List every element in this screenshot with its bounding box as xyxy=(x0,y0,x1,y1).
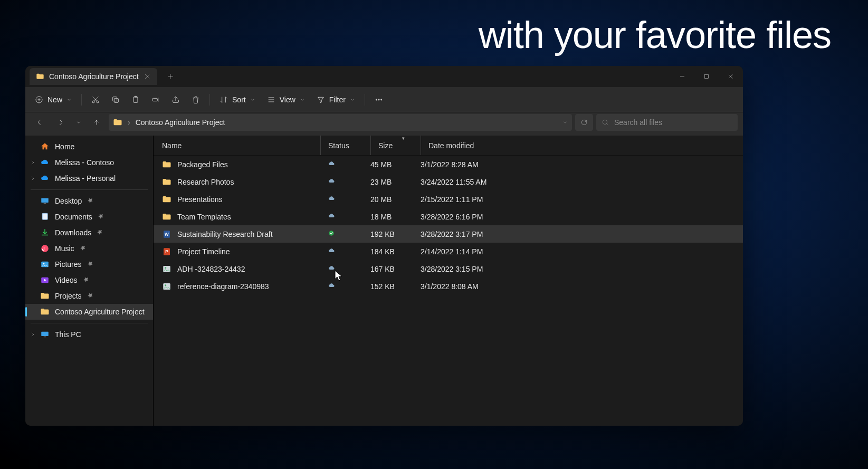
new-button[interactable]: New xyxy=(30,91,77,109)
file-name: Research Photos xyxy=(177,178,234,186)
file-status-cell xyxy=(320,282,370,291)
file-status-cell xyxy=(320,212,370,221)
copy-button[interactable] xyxy=(106,91,125,109)
file-row[interactable]: PProject Timeline184 KB2/14/2022 1:14 PM xyxy=(154,243,743,260)
share-button[interactable] xyxy=(166,91,185,109)
svg-point-2 xyxy=(92,101,94,103)
cut-button[interactable] xyxy=(86,91,105,109)
image-icon xyxy=(162,282,171,291)
pin-icon xyxy=(98,213,104,221)
chevron-down-icon xyxy=(300,97,305,102)
new-tab-button[interactable] xyxy=(163,69,178,84)
chevron-down-icon[interactable] xyxy=(562,120,568,125)
explorer-window: Contoso Agriculture Project New Sort xyxy=(25,66,743,426)
file-row[interactable]: Presentations20 MB2/15/2022 1:11 PM xyxy=(154,190,743,208)
minimize-button[interactable] xyxy=(670,66,694,87)
more-button[interactable] xyxy=(369,91,388,109)
file-date: 2/14/2022 1:14 PM xyxy=(421,247,526,256)
file-size: 20 MB xyxy=(370,195,421,204)
file-status-cell xyxy=(320,195,370,204)
cloud-icon xyxy=(328,282,335,291)
breadcrumb-current[interactable]: Contoso Agriculture Project xyxy=(136,118,225,127)
sidebar-account-contoso[interactable]: Melissa - Contoso xyxy=(25,155,153,170)
sidebar-this-pc[interactable]: This PC xyxy=(25,327,153,342)
sidebar-item-projects[interactable]: Projects xyxy=(25,288,153,304)
file-row[interactable]: WSustainability Research Draft192 KB3/28… xyxy=(154,225,743,243)
forward-button[interactable] xyxy=(52,114,70,130)
paste-button[interactable] xyxy=(126,91,145,109)
file-size: 45 MB xyxy=(370,160,421,169)
svg-rect-16 xyxy=(43,213,47,219)
delete-icon xyxy=(192,95,200,104)
sort-button[interactable]: Sort xyxy=(214,91,261,109)
filter-button[interactable]: Filter xyxy=(311,91,360,109)
file-name: Team Templates xyxy=(177,213,231,221)
file-status-cell xyxy=(320,177,370,186)
delete-button[interactable] xyxy=(186,91,205,109)
file-row[interactable]: Research Photos23 MB3/24/2022 11:55 AM xyxy=(154,173,743,190)
svg-text:P: P xyxy=(165,250,168,254)
address-bar[interactable]: › Contoso Agriculture Project xyxy=(109,114,572,131)
file-date: 2/15/2022 1:11 PM xyxy=(421,195,526,204)
file-status-cell xyxy=(320,247,370,256)
cloud-icon xyxy=(328,264,335,273)
pin-icon xyxy=(87,260,93,269)
cloud-icon xyxy=(328,212,335,221)
separator xyxy=(31,323,148,323)
column-size[interactable]: Size ▾ xyxy=(370,136,421,155)
recent-button[interactable] xyxy=(73,114,84,130)
column-status[interactable]: Status xyxy=(320,136,370,155)
arrow-left-icon xyxy=(36,119,43,126)
filter-icon xyxy=(317,95,325,104)
file-row[interactable]: Packaged Files45 MB3/1/2022 8:28 AM xyxy=(154,156,743,173)
sidebar-account-personal[interactable]: Melissa - Personal xyxy=(25,170,153,186)
sidebar-item-pictures[interactable]: Pictures xyxy=(25,256,153,272)
file-date: 3/1/2022 8:08 AM xyxy=(421,282,526,291)
refresh-button[interactable] xyxy=(575,114,593,131)
sidebar-item-label: Downloads xyxy=(55,228,91,237)
file-row[interactable]: Team Templates18 MB3/28/2022 6:16 PM xyxy=(154,208,743,225)
image-icon xyxy=(162,264,171,274)
sidebar-item-documents[interactable]: Documents xyxy=(25,209,153,225)
column-date[interactable]: Date modified xyxy=(421,136,526,155)
sidebar-item-desktop[interactable]: Desktop xyxy=(25,193,153,209)
sidebar-item-label: Melissa - Personal xyxy=(55,174,116,183)
file-size: 18 MB xyxy=(370,213,421,221)
share-icon xyxy=(171,95,180,104)
chevron-down-icon xyxy=(250,97,255,102)
sort-indicator-icon: ▾ xyxy=(402,136,405,141)
file-date: 3/24/2022 11:55 AM xyxy=(421,178,526,186)
svg-rect-5 xyxy=(113,97,117,101)
sidebar-item-label: Videos xyxy=(55,276,78,284)
file-row[interactable]: ADH -324823-24432167 KB3/28/2022 3:15 PM xyxy=(154,260,743,277)
search-box[interactable] xyxy=(596,114,738,131)
back-button[interactable] xyxy=(31,114,49,130)
up-button[interactable] xyxy=(88,114,106,130)
maximize-button[interactable] xyxy=(694,66,719,87)
close-icon[interactable] xyxy=(144,73,151,80)
svg-point-11 xyxy=(381,99,382,100)
view-button[interactable]: View xyxy=(262,91,310,109)
window-controls xyxy=(670,66,743,87)
file-name: Sustainability Research Draft xyxy=(177,230,273,238)
column-name[interactable]: Name xyxy=(162,136,320,155)
file-row[interactable]: reference-diagram-2340983152 KB3/1/2022 … xyxy=(154,277,743,295)
sidebar-item-downloads[interactable]: Downloads xyxy=(25,225,153,241)
rename-button[interactable] xyxy=(146,91,165,109)
file-date: 3/28/2022 3:15 PM xyxy=(421,265,526,273)
file-name: Project Timeline xyxy=(177,247,230,256)
search-input[interactable] xyxy=(614,118,732,127)
cloud-icon xyxy=(328,195,335,204)
close-button[interactable] xyxy=(719,66,743,87)
sidebar-item-contoso-agriculture-project[interactable]: Contoso Agriculture Project xyxy=(25,304,153,320)
file-name: reference-diagram-2340983 xyxy=(177,282,269,291)
file-name: Presentations xyxy=(177,195,223,204)
sidebar-home[interactable]: Home xyxy=(25,139,153,155)
chevron-down-icon xyxy=(350,97,355,102)
sidebar-item-music[interactable]: Music xyxy=(25,241,153,256)
pin-icon xyxy=(87,292,93,300)
svg-rect-28 xyxy=(163,266,170,272)
tab-current[interactable]: Contoso Agriculture Project xyxy=(30,68,157,85)
filter-label: Filter xyxy=(329,95,346,104)
sidebar-item-videos[interactable]: Videos xyxy=(25,272,153,288)
